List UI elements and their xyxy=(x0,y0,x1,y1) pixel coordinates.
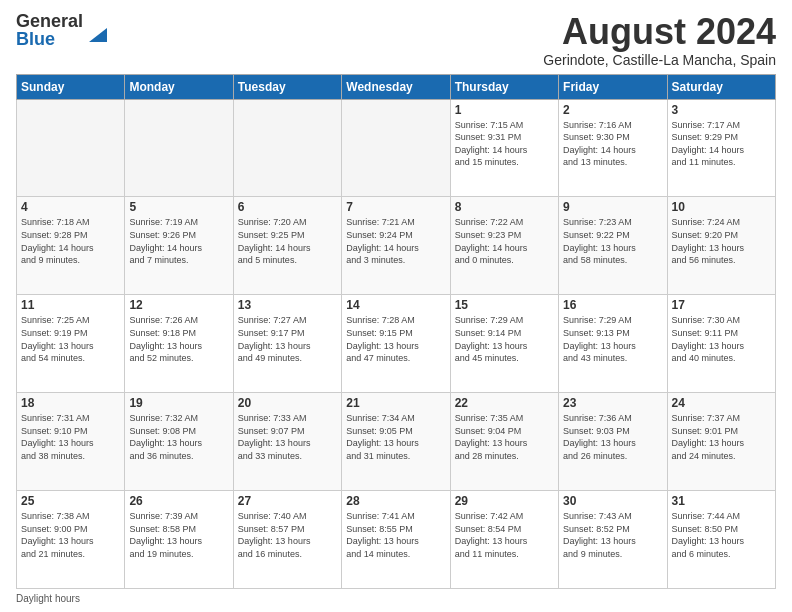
day-number: 12 xyxy=(129,298,228,312)
calendar-cell: 27Sunrise: 7:40 AM Sunset: 8:57 PM Dayli… xyxy=(233,491,341,589)
day-number: 21 xyxy=(346,396,445,410)
calendar-cell: 1Sunrise: 7:15 AM Sunset: 9:31 PM Daylig… xyxy=(450,99,558,197)
calendar-cell xyxy=(342,99,450,197)
day-number: 2 xyxy=(563,103,662,117)
calendar-cell: 28Sunrise: 7:41 AM Sunset: 8:55 PM Dayli… xyxy=(342,491,450,589)
logo-icon xyxy=(85,24,107,46)
calendar-cell: 30Sunrise: 7:43 AM Sunset: 8:52 PM Dayli… xyxy=(559,491,667,589)
day-info: Sunrise: 7:29 AM Sunset: 9:14 PM Dayligh… xyxy=(455,314,554,364)
title-block: August 2024 Gerindote, Castille-La Manch… xyxy=(543,12,776,68)
calendar-header-friday: Friday xyxy=(559,74,667,99)
day-info: Sunrise: 7:20 AM Sunset: 9:25 PM Dayligh… xyxy=(238,216,337,266)
calendar-header-tuesday: Tuesday xyxy=(233,74,341,99)
day-info: Sunrise: 7:18 AM Sunset: 9:28 PM Dayligh… xyxy=(21,216,120,266)
day-info: Sunrise: 7:39 AM Sunset: 8:58 PM Dayligh… xyxy=(129,510,228,560)
calendar-cell: 26Sunrise: 7:39 AM Sunset: 8:58 PM Dayli… xyxy=(125,491,233,589)
logo-text: General Blue xyxy=(16,12,83,48)
calendar-cell: 14Sunrise: 7:28 AM Sunset: 9:15 PM Dayli… xyxy=(342,295,450,393)
calendar-week-4: 18Sunrise: 7:31 AM Sunset: 9:10 PM Dayli… xyxy=(17,393,776,491)
calendar-week-1: 1Sunrise: 7:15 AM Sunset: 9:31 PM Daylig… xyxy=(17,99,776,197)
calendar-header-sunday: Sunday xyxy=(17,74,125,99)
day-number: 7 xyxy=(346,200,445,214)
day-number: 9 xyxy=(563,200,662,214)
calendar-cell: 31Sunrise: 7:44 AM Sunset: 8:50 PM Dayli… xyxy=(667,491,775,589)
day-number: 28 xyxy=(346,494,445,508)
footer-note: Daylight hours xyxy=(16,593,776,604)
day-info: Sunrise: 7:29 AM Sunset: 9:13 PM Dayligh… xyxy=(563,314,662,364)
day-number: 17 xyxy=(672,298,771,312)
day-info: Sunrise: 7:34 AM Sunset: 9:05 PM Dayligh… xyxy=(346,412,445,462)
day-number: 5 xyxy=(129,200,228,214)
day-info: Sunrise: 7:42 AM Sunset: 8:54 PM Dayligh… xyxy=(455,510,554,560)
day-info: Sunrise: 7:33 AM Sunset: 9:07 PM Dayligh… xyxy=(238,412,337,462)
calendar-cell: 4Sunrise: 7:18 AM Sunset: 9:28 PM Daylig… xyxy=(17,197,125,295)
calendar-week-3: 11Sunrise: 7:25 AM Sunset: 9:19 PM Dayli… xyxy=(17,295,776,393)
calendar-cell: 24Sunrise: 7:37 AM Sunset: 9:01 PM Dayli… xyxy=(667,393,775,491)
day-info: Sunrise: 7:28 AM Sunset: 9:15 PM Dayligh… xyxy=(346,314,445,364)
day-info: Sunrise: 7:44 AM Sunset: 8:50 PM Dayligh… xyxy=(672,510,771,560)
calendar-header-wednesday: Wednesday xyxy=(342,74,450,99)
calendar-cell: 21Sunrise: 7:34 AM Sunset: 9:05 PM Dayli… xyxy=(342,393,450,491)
day-info: Sunrise: 7:15 AM Sunset: 9:31 PM Dayligh… xyxy=(455,119,554,169)
calendar-cell: 3Sunrise: 7:17 AM Sunset: 9:29 PM Daylig… xyxy=(667,99,775,197)
header: General Blue August 2024 Gerindote, Cast… xyxy=(16,12,776,68)
day-info: Sunrise: 7:25 AM Sunset: 9:19 PM Dayligh… xyxy=(21,314,120,364)
calendar-cell: 8Sunrise: 7:22 AM Sunset: 9:23 PM Daylig… xyxy=(450,197,558,295)
calendar-cell: 6Sunrise: 7:20 AM Sunset: 9:25 PM Daylig… xyxy=(233,197,341,295)
day-number: 31 xyxy=(672,494,771,508)
day-number: 6 xyxy=(238,200,337,214)
day-info: Sunrise: 7:41 AM Sunset: 8:55 PM Dayligh… xyxy=(346,510,445,560)
calendar-week-2: 4Sunrise: 7:18 AM Sunset: 9:28 PM Daylig… xyxy=(17,197,776,295)
day-info: Sunrise: 7:37 AM Sunset: 9:01 PM Dayligh… xyxy=(672,412,771,462)
day-number: 18 xyxy=(21,396,120,410)
day-number: 26 xyxy=(129,494,228,508)
calendar-cell: 5Sunrise: 7:19 AM Sunset: 9:26 PM Daylig… xyxy=(125,197,233,295)
day-info: Sunrise: 7:16 AM Sunset: 9:30 PM Dayligh… xyxy=(563,119,662,169)
logo-blue: Blue xyxy=(16,30,83,48)
day-number: 10 xyxy=(672,200,771,214)
calendar-cell: 12Sunrise: 7:26 AM Sunset: 9:18 PM Dayli… xyxy=(125,295,233,393)
calendar-cell: 22Sunrise: 7:35 AM Sunset: 9:04 PM Dayli… xyxy=(450,393,558,491)
day-info: Sunrise: 7:21 AM Sunset: 9:24 PM Dayligh… xyxy=(346,216,445,266)
calendar-cell: 11Sunrise: 7:25 AM Sunset: 9:19 PM Dayli… xyxy=(17,295,125,393)
day-info: Sunrise: 7:26 AM Sunset: 9:18 PM Dayligh… xyxy=(129,314,228,364)
calendar-cell: 23Sunrise: 7:36 AM Sunset: 9:03 PM Dayli… xyxy=(559,393,667,491)
calendar-cell: 13Sunrise: 7:27 AM Sunset: 9:17 PM Dayli… xyxy=(233,295,341,393)
calendar-cell xyxy=(17,99,125,197)
calendar-cell xyxy=(233,99,341,197)
calendar-cell: 17Sunrise: 7:30 AM Sunset: 9:11 PM Dayli… xyxy=(667,295,775,393)
day-info: Sunrise: 7:36 AM Sunset: 9:03 PM Dayligh… xyxy=(563,412,662,462)
calendar-cell: 15Sunrise: 7:29 AM Sunset: 9:14 PM Dayli… xyxy=(450,295,558,393)
day-info: Sunrise: 7:31 AM Sunset: 9:10 PM Dayligh… xyxy=(21,412,120,462)
svg-marker-0 xyxy=(89,28,107,42)
day-info: Sunrise: 7:24 AM Sunset: 9:20 PM Dayligh… xyxy=(672,216,771,266)
day-number: 29 xyxy=(455,494,554,508)
day-number: 4 xyxy=(21,200,120,214)
calendar-cell: 10Sunrise: 7:24 AM Sunset: 9:20 PM Dayli… xyxy=(667,197,775,295)
day-info: Sunrise: 7:40 AM Sunset: 8:57 PM Dayligh… xyxy=(238,510,337,560)
day-info: Sunrise: 7:23 AM Sunset: 9:22 PM Dayligh… xyxy=(563,216,662,266)
day-number: 23 xyxy=(563,396,662,410)
calendar-cell: 2Sunrise: 7:16 AM Sunset: 9:30 PM Daylig… xyxy=(559,99,667,197)
day-info: Sunrise: 7:38 AM Sunset: 9:00 PM Dayligh… xyxy=(21,510,120,560)
location: Gerindote, Castille-La Mancha, Spain xyxy=(543,52,776,68)
day-number: 27 xyxy=(238,494,337,508)
calendar-cell: 19Sunrise: 7:32 AM Sunset: 9:08 PM Dayli… xyxy=(125,393,233,491)
day-info: Sunrise: 7:22 AM Sunset: 9:23 PM Dayligh… xyxy=(455,216,554,266)
month-year: August 2024 xyxy=(543,12,776,52)
calendar-cell: 20Sunrise: 7:33 AM Sunset: 9:07 PM Dayli… xyxy=(233,393,341,491)
day-number: 19 xyxy=(129,396,228,410)
calendar-cell: 25Sunrise: 7:38 AM Sunset: 9:00 PM Dayli… xyxy=(17,491,125,589)
day-number: 14 xyxy=(346,298,445,312)
logo: General Blue xyxy=(16,12,107,48)
day-number: 24 xyxy=(672,396,771,410)
logo-general: General xyxy=(16,12,83,30)
day-number: 15 xyxy=(455,298,554,312)
day-info: Sunrise: 7:19 AM Sunset: 9:26 PM Dayligh… xyxy=(129,216,228,266)
day-number: 13 xyxy=(238,298,337,312)
page: General Blue August 2024 Gerindote, Cast… xyxy=(0,0,792,612)
calendar-header-thursday: Thursday xyxy=(450,74,558,99)
calendar-cell xyxy=(125,99,233,197)
day-info: Sunrise: 7:43 AM Sunset: 8:52 PM Dayligh… xyxy=(563,510,662,560)
day-number: 22 xyxy=(455,396,554,410)
